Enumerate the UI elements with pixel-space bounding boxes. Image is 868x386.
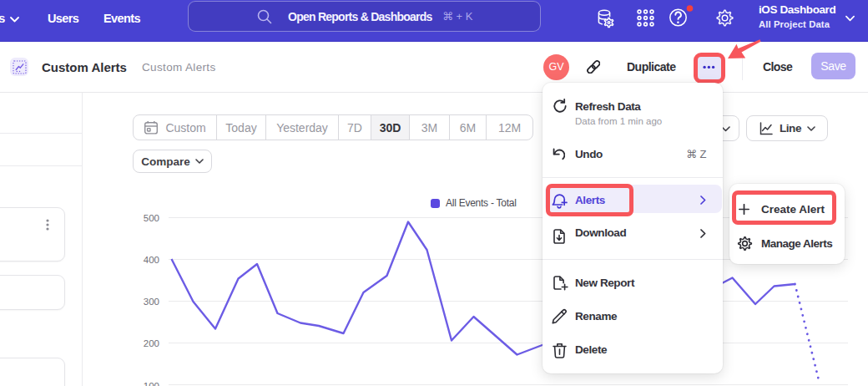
svg-text:400: 400	[144, 255, 159, 265]
svg-text:200: 200	[144, 338, 159, 348]
svg-text:300: 300	[144, 297, 159, 307]
svg-text:500: 500	[144, 213, 159, 223]
svg-text:100: 100	[144, 381, 159, 386]
